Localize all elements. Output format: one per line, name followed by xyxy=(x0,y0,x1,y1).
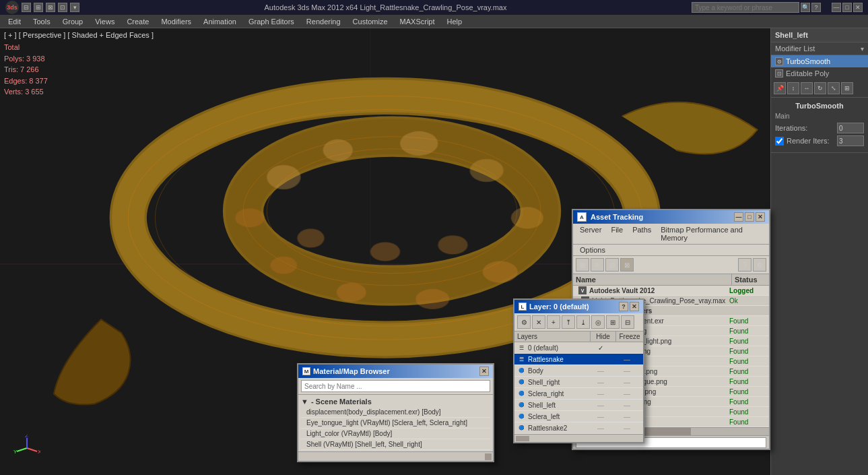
layer-scrollbar[interactable] xyxy=(514,434,643,442)
rp-tool-cursor[interactable]: ↕ xyxy=(787,82,799,94)
close-btn[interactable]: ✕ xyxy=(853,3,863,12)
layer-tool-extra2[interactable]: ⊟ xyxy=(621,315,634,329)
menu-views[interactable]: Views xyxy=(90,16,120,27)
modifier-editable-poly[interactable]: ⊡ Editable Poly xyxy=(771,67,868,80)
svg-point-39 xyxy=(235,208,265,227)
rp-tool-rotate[interactable]: ↻ xyxy=(814,82,826,94)
rp-tool-extra[interactable]: ⊞ xyxy=(841,82,853,94)
layer-tool-settings[interactable]: ⚙ xyxy=(517,315,531,329)
asset-menu-server[interactable]: Server xyxy=(576,225,605,243)
layer-row-6[interactable]: 🔵 Sclera_left — — xyxy=(514,411,643,422)
minimize-btn[interactable]: — xyxy=(832,3,841,12)
layer-close-btn[interactable]: ✕ xyxy=(630,302,639,311)
layer-col-freeze: Freeze xyxy=(616,331,643,342)
layer-tool-select[interactable]: ◎ xyxy=(591,315,605,329)
menu-group[interactable]: Group xyxy=(57,16,89,27)
render-iters-checkbox[interactable] xyxy=(775,137,784,146)
material-item-3[interactable]: Shell (VRayMtl) [Shell_left, Shell_right… xyxy=(301,439,490,450)
layer-name-3: Shell_right xyxy=(528,379,588,386)
layer-toolbar: ⚙ ✕ + ⤒ ⤓ ◎ ⊞ ⊟ xyxy=(514,313,643,331)
material-item-0[interactable]: displacement(body_displacement.exr) [Bod… xyxy=(301,407,490,418)
render-iters-row: Render Iters: xyxy=(775,135,864,146)
asset-tool-grid[interactable]: ⊟ xyxy=(605,258,619,272)
modifier-dropdown-arrow[interactable]: ▾ xyxy=(861,45,864,53)
layer-tool-down[interactable]: ⤓ xyxy=(576,315,590,329)
search-btn[interactable]: 🔍 xyxy=(801,3,810,12)
modifier-toolbar: 📌 ↕ ↔ ↻ ⤡ ⊞ xyxy=(771,80,868,98)
menu-animation[interactable]: Animation xyxy=(198,16,242,27)
help-btn[interactable]: ? xyxy=(811,3,821,12)
asset-menu-bitmap[interactable]: Bitmap Performance and Memory xyxy=(657,225,766,243)
material-item-1[interactable]: Eye_tongue_light (VRayMtl) [Sclera_left,… xyxy=(301,418,490,429)
layer-icon-3: 🔵 xyxy=(517,378,525,386)
material-section-expand[interactable]: ▼ xyxy=(301,398,308,406)
menu-maxscript[interactable]: MAXScript xyxy=(395,16,440,27)
asset-title: Asset Tracking xyxy=(587,213,734,221)
layer-tool-delete[interactable]: ✕ xyxy=(532,315,545,329)
layer-check-3: — xyxy=(588,379,613,386)
layer-row-3[interactable]: 🔵 Shell_right — — xyxy=(514,377,643,388)
menu-edit[interactable]: Edit xyxy=(3,16,26,27)
btn-extra[interactable]: ▾ xyxy=(70,3,79,12)
asset-tool-help[interactable]: ? xyxy=(738,258,752,272)
asset-menu-file[interactable]: File xyxy=(607,225,627,243)
layer-row-0[interactable]: ☰ 0 (default) ✓ xyxy=(514,342,643,354)
asset-tool-list[interactable]: ≡ xyxy=(591,258,604,272)
layer-row-1[interactable]: ☰ Rattlesnake — xyxy=(514,354,643,365)
asset-col-name: Name xyxy=(573,274,732,285)
asset-vault-row[interactable]: V Autodesk Vault 2012 Logged xyxy=(573,286,769,296)
material-close-btn[interactable]: ✕ xyxy=(479,367,489,376)
asset-menu-paths[interactable]: Paths xyxy=(628,225,655,243)
asset-close-btn[interactable]: ✕ xyxy=(756,212,765,222)
btn-tile2[interactable]: ⊡ xyxy=(58,3,67,12)
layer-help-btn[interactable]: ? xyxy=(619,302,628,311)
layer-scroll-thumb[interactable] xyxy=(516,436,529,441)
layer-col-hide: Hide xyxy=(591,331,616,342)
layer-icon-0: ☰ xyxy=(517,344,525,352)
render-iters-input[interactable] xyxy=(837,135,864,146)
menu-modifiers[interactable]: Modifiers xyxy=(156,16,197,27)
search-input[interactable] xyxy=(692,2,799,13)
btn-restore-small[interactable]: ⊟ xyxy=(22,3,31,12)
asset-minimize-btn[interactable]: — xyxy=(734,212,743,222)
layer-freeze-5: — xyxy=(613,402,640,409)
material-title-area: M Material/Map Browser xyxy=(302,367,390,375)
layer-tool-add[interactable]: + xyxy=(547,315,560,329)
layer-app-icon: L xyxy=(519,303,527,311)
btn-cascade[interactable]: ⊞ xyxy=(34,3,43,12)
menu-help[interactable]: Help xyxy=(442,16,468,27)
rp-tool-move[interactable]: ↔ xyxy=(801,82,813,94)
layer-row-4[interactable]: 🔵 Sclera_right — — xyxy=(514,388,643,400)
iterations-input[interactable] xyxy=(837,123,864,133)
rp-tool-pin[interactable]: 📌 xyxy=(774,82,786,94)
layer-row-7[interactable]: 🔵 Rattlesnake2 — — xyxy=(514,422,643,434)
modifier-turbosmooth[interactable]: ⊙ TurboSmooth xyxy=(771,55,868,67)
layer-row-5[interactable]: 🔵 Shell_left — — xyxy=(514,400,643,411)
material-search-input[interactable] xyxy=(301,380,490,392)
menu-customize[interactable]: Customize xyxy=(347,16,393,27)
material-scroll-thumb[interactable] xyxy=(485,453,492,460)
menu-graph-editors[interactable]: Graph Editors xyxy=(243,16,300,27)
asset-tool-settings[interactable]: ⚙ xyxy=(753,258,766,272)
asset-status-0: Found xyxy=(729,317,766,325)
btn-tile[interactable]: ⊠ xyxy=(46,3,55,12)
maximize-btn[interactable]: □ xyxy=(842,3,852,12)
asset-maximize-btn[interactable]: □ xyxy=(745,212,754,222)
layer-freeze-1: — xyxy=(613,356,640,363)
svg-line-45 xyxy=(17,448,27,451)
material-item-2[interactable]: Light_color (VRayMtl) [Body] xyxy=(301,429,490,439)
asset-menu-options[interactable]: Options xyxy=(576,245,766,255)
menu-rendering[interactable]: Rendering xyxy=(301,16,346,27)
material-scrollbar[interactable] xyxy=(298,451,493,461)
menu-tools[interactable]: Tools xyxy=(28,16,56,27)
asset-tool-table[interactable]: ⊠ xyxy=(620,258,634,272)
asset-col-status: Status xyxy=(732,274,769,285)
layer-row-2[interactable]: 🔵 Body — — xyxy=(514,365,643,377)
turbosmooth-section: TurboSmooth Main Iterations: Render Iter… xyxy=(771,98,868,153)
asset-tool-db[interactable]: ⊞ xyxy=(576,258,589,272)
rp-tool-scale[interactable]: ⤡ xyxy=(828,82,840,94)
layer-tool-extra1[interactable]: ⊞ xyxy=(606,315,620,329)
layer-tool-move[interactable]: ⤒ xyxy=(562,315,575,329)
menu-create[interactable]: Create xyxy=(121,16,154,27)
window-buttons-left: ⊟ ⊞ ⊠ ⊡ ▾ xyxy=(22,3,79,12)
